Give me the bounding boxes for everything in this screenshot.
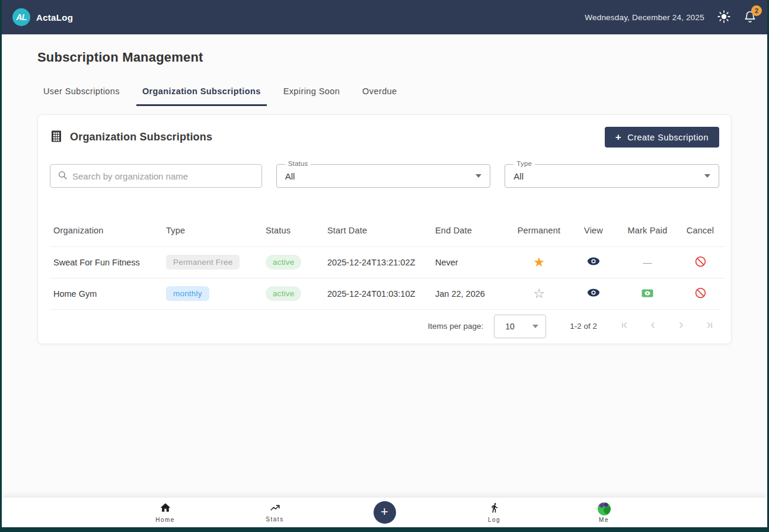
eye-icon [586, 288, 601, 299]
tab-overdue[interactable]: Overdue [356, 79, 403, 106]
view-button[interactable] [586, 257, 601, 268]
banknote-icon [642, 289, 653, 299]
permanent-star-filled-icon[interactable]: ★ [533, 256, 545, 269]
page-size-select[interactable]: 10 [494, 315, 546, 338]
col-view: View [568, 215, 619, 246]
first-page-icon [620, 321, 629, 332]
app-window: AL ActaLog Wednesday, December 24, 2025 [0, 0, 769, 532]
trending-up-icon [269, 502, 282, 515]
app-logo-text: AL [16, 12, 27, 22]
type-chip: monthly [166, 286, 209, 301]
bottom-navigation: Home Stats + Log Me [2, 498, 767, 527]
home-icon [159, 502, 171, 515]
search-icon [58, 170, 68, 182]
create-subscription-button[interactable]: + Create Subscription [605, 127, 719, 148]
nav-me[interactable]: Me [569, 502, 640, 523]
page-size-value: 10 [505, 322, 515, 331]
chevron-left-icon [648, 321, 658, 332]
col-mark-paid: Mark Paid [619, 215, 676, 246]
block-icon [694, 287, 707, 301]
nav-log-label: Log [488, 517, 500, 523]
type-filter-label: Type [513, 160, 535, 167]
cell-end-date: Jan 22, 2026 [432, 278, 510, 309]
cancel-button[interactable] [694, 255, 707, 270]
table-header-row: Organization Type Status Start Date End … [50, 215, 725, 246]
chevron-down-icon [704, 174, 710, 178]
eye-icon [586, 257, 601, 268]
subscriptions-table: Organization Type Status Start Date End … [50, 215, 725, 309]
type-chip: Permanent Free [166, 255, 240, 270]
cell-end-date: Never [432, 246, 510, 278]
status-filter-value: All [285, 171, 295, 181]
nav-me-label: Me [599, 517, 609, 523]
cell-start-date: 2025-12-24T13:21:02Z [324, 246, 432, 278]
cell-organization: Home Gym [50, 278, 162, 309]
view-button[interactable] [586, 288, 601, 299]
current-date: Wednesday, December 24, 2025 [585, 13, 704, 22]
nav-home-label: Home [155, 517, 175, 523]
page-range-label: 1-2 of 2 [570, 322, 597, 331]
tab-expiring-soon[interactable]: Expiring Soon [277, 79, 346, 106]
organization-subscriptions-card: Organization Subscriptions + Create Subs… [37, 114, 732, 344]
col-organization: Organization [50, 215, 162, 246]
col-cancel: Cancel [676, 215, 725, 246]
nav-log[interactable]: Log [459, 502, 530, 523]
subscription-tabs: User Subscriptions Organization Subscrip… [37, 79, 732, 106]
avatar [598, 502, 611, 515]
top-app-bar: AL ActaLog Wednesday, December 24, 2025 [2, 0, 767, 34]
status-badge: active [266, 255, 301, 270]
plus-icon: + [381, 505, 388, 518]
app-logo: AL [12, 8, 30, 26]
last-page-button[interactable] [703, 318, 717, 334]
cell-organization: Sweat For Fun Fitness [50, 246, 162, 278]
next-page-button[interactable] [674, 318, 688, 334]
app-name: ActaLog [36, 12, 73, 23]
first-page-button[interactable] [617, 318, 631, 334]
last-page-icon [705, 321, 714, 332]
tab-user-subscriptions[interactable]: User Subscriptions [37, 79, 126, 106]
organization-search [50, 164, 262, 188]
sun-icon [717, 10, 730, 25]
tab-organization-subscriptions[interactable]: Organization Subscriptions [136, 79, 267, 106]
type-filter-select[interactable]: Type All [505, 164, 719, 188]
cell-start-date: 2025-12-24T01:03:10Z [324, 278, 432, 309]
notifications-button[interactable]: 2 [744, 9, 757, 25]
notification-badge: 2 [751, 5, 762, 16]
col-start-date: Start Date [324, 215, 432, 246]
plus-icon: + [615, 132, 621, 142]
nav-stats[interactable]: Stats [240, 502, 311, 523]
create-subscription-label: Create Subscription [627, 133, 709, 142]
card-title: Organization Subscriptions [70, 131, 212, 143]
table-row: Sweat For Fun Fitness Permanent Free act… [50, 246, 725, 278]
building-icon [50, 130, 63, 145]
chevron-right-icon [677, 321, 686, 332]
chevron-down-icon [476, 174, 481, 178]
type-filter-value: All [513, 171, 524, 181]
col-status: Status [262, 215, 324, 246]
status-filter-select[interactable]: Status All [276, 164, 491, 188]
paginator: Items per page: 10 1-2 of 2 [50, 309, 719, 342]
cancel-button[interactable] [694, 287, 707, 301]
col-type: Type [162, 215, 262, 246]
page-title: Subscription Management [37, 50, 732, 65]
block-icon [694, 255, 707, 270]
status-badge: active [266, 286, 301, 301]
chevron-down-icon [532, 325, 538, 328]
mark-paid-unavailable: — [643, 257, 652, 267]
table-row: Home Gym monthly active 2025-12-24T01:03… [50, 278, 725, 309]
mark-paid-button[interactable] [642, 289, 653, 299]
col-end-date: End Date [432, 215, 510, 246]
permanent-star-outline-icon[interactable]: ☆ [533, 287, 545, 300]
theme-toggle-button[interactable] [717, 10, 730, 25]
nav-home[interactable]: Home [130, 502, 201, 523]
search-input[interactable] [72, 171, 254, 181]
col-permanent: Permanent [510, 215, 568, 246]
runner-icon [489, 502, 500, 515]
status-filter-label: Status [285, 160, 311, 167]
items-per-page-label: Items per page: [427, 322, 483, 331]
add-fab-button[interactable]: + [374, 501, 396, 524]
previous-page-button[interactable] [646, 318, 660, 334]
nav-stats-label: Stats [266, 516, 283, 523]
